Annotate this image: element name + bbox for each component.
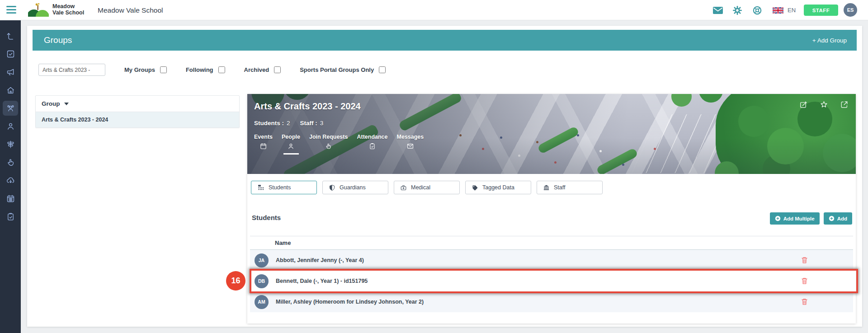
filter-my-groups[interactable]: My Groups (124, 66, 167, 73)
group-detail-panel: Arts & Crafts 2023 - 2024 Students : 2 S… (247, 94, 856, 324)
filter-sports-portal[interactable]: Sports Portal Groups Only (300, 66, 386, 73)
person-icon (287, 142, 295, 150)
mail-icon[interactable] (713, 7, 723, 14)
students-count: 2 (287, 120, 290, 127)
sidebar-item-clipboard[interactable] (3, 209, 18, 224)
sports-portal-checkbox[interactable] (379, 66, 386, 73)
delete-icon[interactable] (801, 256, 808, 264)
sidebar-item-announcements[interactable] (3, 65, 18, 80)
envelope-icon (406, 142, 414, 150)
group-stats: Students : 2 Staff : 3 (254, 120, 323, 127)
students-section-actions: Add Multiple Add (770, 212, 852, 225)
subtab-tagged-data[interactable]: Tagged Data (465, 181, 531, 194)
calendar-icon (259, 142, 267, 150)
subtab-medical[interactable]: Medical (394, 181, 460, 194)
add-multiple-button[interactable]: Add Multiple (770, 212, 820, 225)
tab-events[interactable]: Events (254, 134, 273, 155)
following-checkbox[interactable] (218, 66, 225, 73)
group-tab-bar: Events People Join Requests Attendance (254, 134, 424, 155)
student-row-miller[interactable]: AM Miller, Ashley (Homeroom for Lindsey … (250, 291, 853, 312)
building-icon (543, 184, 550, 191)
group-list-sort-header[interactable]: Group (36, 96, 239, 112)
plus-circle-icon (829, 216, 835, 221)
tab-attendance[interactable]: Attendance (357, 134, 387, 155)
staff-label: Staff : (300, 120, 317, 127)
gear-icon[interactable] (733, 6, 742, 15)
group-hero-banner: Arts & Crafts 2023 - 2024 Students : 2 S… (247, 94, 856, 174)
school-logo-icon (28, 2, 49, 17)
sort-desc-icon (64, 103, 69, 105)
sidebar-item-calendar[interactable] (3, 191, 18, 206)
student-row-abbott[interactable]: JA Abbott, Jennifer Jenny (-, Year 4) (250, 250, 853, 271)
group-list-item[interactable]: Arts & Crafts 2023 - 2024 (36, 112, 239, 127)
menu-icon[interactable] (6, 6, 16, 14)
sidebar-item-home[interactable] (3, 83, 18, 98)
delete-icon[interactable] (801, 277, 808, 285)
sidebar-item-up-arrow[interactable] (3, 28, 18, 43)
plus-circle-icon (775, 216, 781, 221)
sidebar-item-join-requests[interactable] (3, 155, 18, 170)
sidebar-item-cloud-download[interactable] (3, 173, 18, 188)
edit-icon[interactable] (799, 100, 808, 109)
logo-line2: Vale School (52, 9, 84, 16)
student-name: Bennett, Dale (-, Year 1) - id151795 (276, 278, 368, 284)
avatar: JA (255, 253, 269, 267)
avatar: DB (255, 274, 269, 288)
filter-following[interactable]: Following (186, 66, 225, 73)
subtab-staff[interactable]: Staff (537, 181, 603, 194)
group-search-input[interactable] (38, 64, 105, 76)
student-row-bennett[interactable]: DB Bennett, Dale (-, Year 1) - id151795 (250, 271, 853, 291)
star-icon[interactable] (820, 100, 828, 109)
student-name: Abbott, Jennifer Jenny (-, Year 4) (276, 257, 364, 263)
logo-line1: Meadow (52, 3, 84, 9)
tag-icon (472, 184, 478, 191)
groups-header-bar: Groups + Add Group (33, 30, 857, 51)
annotation-number-badge: 16 (226, 271, 245, 291)
archived-checkbox[interactable] (274, 66, 281, 73)
language-selector[interactable]: EN (788, 0, 796, 20)
subtab-guardians[interactable]: Guardians (322, 181, 388, 194)
avatar: AM (255, 295, 269, 309)
staff-role-button[interactable]: STAFF (804, 5, 838, 16)
student-name: Miller, Ashley (Homeroom for Lindsey Joh… (276, 299, 424, 305)
add-group-button[interactable]: + Add Group (812, 37, 847, 44)
main-content-card: Groups + Add Group My Groups Following A… (27, 26, 862, 327)
sidebar-item-person[interactable] (3, 119, 18, 134)
tab-join-requests[interactable]: Join Requests (309, 134, 348, 155)
school-logo: Meadow Vale School (28, 2, 84, 17)
tab-people[interactable]: People (282, 134, 300, 155)
support-icon[interactable] (753, 6, 762, 15)
hero-action-icons (799, 100, 849, 109)
filter-archived[interactable]: Archived (244, 66, 281, 73)
groups-title: Groups (44, 35, 72, 45)
group-title: Arts & Crafts 2023 - 2024 (254, 101, 361, 112)
detail-subtabs: Students Guardians Medical (251, 181, 603, 194)
sidebar-item-groups[interactable] (3, 101, 18, 116)
students-icon (257, 184, 264, 191)
sidebar-item-tasks[interactable] (3, 47, 18, 61)
group-list-card: Group Arts & Crafts 2023 - 2024 (35, 95, 240, 128)
user-avatar[interactable]: ES (844, 3, 857, 17)
name-column-header: Name (250, 236, 853, 250)
clipboard-check-icon (368, 142, 376, 150)
left-sidebar (0, 20, 21, 333)
page-title: Meadow Vale School (98, 0, 163, 20)
tab-messages[interactable]: Messages (397, 134, 424, 155)
flag-uk-icon[interactable] (773, 7, 783, 14)
staff-count: 3 (320, 120, 324, 127)
students-label: Students : (254, 120, 284, 127)
external-link-icon[interactable] (840, 100, 849, 109)
filter-row: My Groups Following Archived Sports Port… (38, 64, 386, 76)
delete-icon[interactable] (801, 298, 808, 305)
shield-icon (329, 184, 335, 191)
top-header: Meadow Vale School Meadow Vale School (0, 0, 868, 20)
students-section-heading: Students (252, 214, 281, 221)
hand-pointer-icon (325, 142, 332, 150)
subtab-students[interactable]: Students (251, 181, 317, 194)
add-button[interactable]: Add (824, 212, 852, 225)
sidebar-item-signpost[interactable] (3, 137, 18, 152)
students-table: Name JA Abbott, Jennifer Jenny (-, Year … (250, 236, 853, 312)
medical-kit-icon (400, 184, 407, 191)
my-groups-checkbox[interactable] (160, 66, 167, 73)
